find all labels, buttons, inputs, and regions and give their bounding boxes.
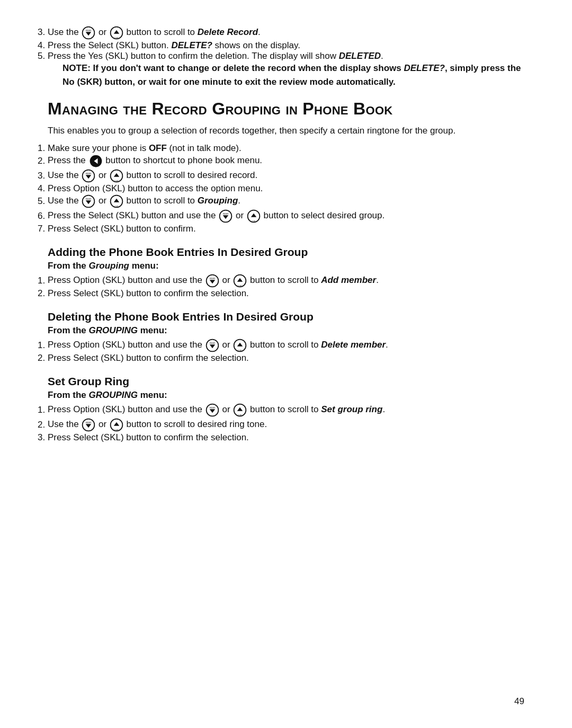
intro-list: Use the or button to scroll to Delete Re… [48, 25, 524, 90]
scroll-up-icon-2 [109, 168, 124, 183]
intro-list-item-3: Use the or button to scroll to Delete Re… [48, 25, 524, 40]
scroll-up-icon-5 [233, 273, 247, 288]
page-number: 49 [514, 696, 524, 707]
groupring-step-3: Press Select (SKL) button to confirm the… [48, 432, 524, 443]
scroll-down-icon-6 [205, 338, 220, 353]
main-step-6: Press the Select (SKL) button and use th… [48, 209, 524, 224]
main-step-3: Use the or button to scroll to desired r… [48, 168, 524, 183]
scroll-up-icon-6 [233, 338, 247, 353]
note-block: NOTE: If you don't want to change or del… [62, 61, 524, 90]
scroll-up-icon-1 [109, 25, 124, 40]
main-step-1: Make sure your phone is OFF (not in talk… [48, 143, 524, 154]
adding-section-title: Adding the Phone Book Entries In Desired… [48, 246, 524, 259]
intro-list-item-5: Press the Yes (SKL) button to confirm th… [48, 51, 524, 90]
deleting-step-1: Press Option (SKL) button and use the or… [48, 338, 524, 353]
intro-list-item-4: Press the Select (SKL) button. DELETE? s… [48, 40, 524, 51]
scroll-down-icon-1 [81, 25, 96, 40]
main-intro-text: This enables you to group a selection of… [48, 124, 524, 138]
groupring-step-1: Press Option (SKL) button and use the or… [48, 403, 524, 418]
adding-from-menu: From the Grouping menu: [48, 261, 524, 271]
scroll-down-icon-4 [218, 209, 233, 224]
main-section-title: Managing the Record Grouping in Phone Bo… [48, 99, 524, 119]
scroll-up-icon-3 [109, 194, 124, 209]
adding-step-2: Press Select (SKL) button to confirm the… [48, 288, 524, 299]
main-step-4: Press Option (SKL) button to access the … [48, 183, 524, 194]
deleting-steps-list: Press Option (SKL) button and use the or… [48, 338, 524, 363]
scroll-down-icon-2 [81, 168, 96, 183]
adding-steps-list: Press Option (SKL) button and use the or… [48, 273, 524, 299]
groupring-step-2: Use the or button to scroll to desired r… [48, 418, 524, 432]
main-step-2: Press the button to shortcut to phone bo… [48, 154, 524, 168]
deleting-from-menu: From the GROUPING menu: [48, 325, 524, 336]
scroll-up-icon-7 [233, 403, 247, 418]
back-icon-1 [88, 154, 103, 168]
groupring-section-title: Set Group Ring [48, 375, 524, 388]
scroll-up-icon-4 [246, 209, 261, 224]
main-step-7: Press Select (SKL) button to confirm. [48, 224, 524, 234]
adding-step-1: Press Option (SKL) button and use the or… [48, 273, 524, 288]
scroll-down-icon-8 [81, 418, 96, 432]
main-steps-list: Make sure your phone is OFF (not in talk… [48, 143, 524, 234]
groupring-steps-list: Press Option (SKL) button and use the or… [48, 403, 524, 443]
groupring-from-menu: From the GROUPING menu: [48, 390, 524, 401]
scroll-up-icon-8 [109, 418, 124, 432]
scroll-down-icon-7 [205, 403, 220, 418]
deleting-step-2: Press Select (SKL) button to confirm the… [48, 353, 524, 363]
scroll-down-icon-5 [205, 273, 220, 288]
main-step-5: Use the or button to scroll to Grouping. [48, 194, 524, 209]
deleting-section-title: Deleting the Phone Book Entries In Desir… [48, 310, 524, 323]
scroll-down-icon-3 [81, 194, 96, 209]
